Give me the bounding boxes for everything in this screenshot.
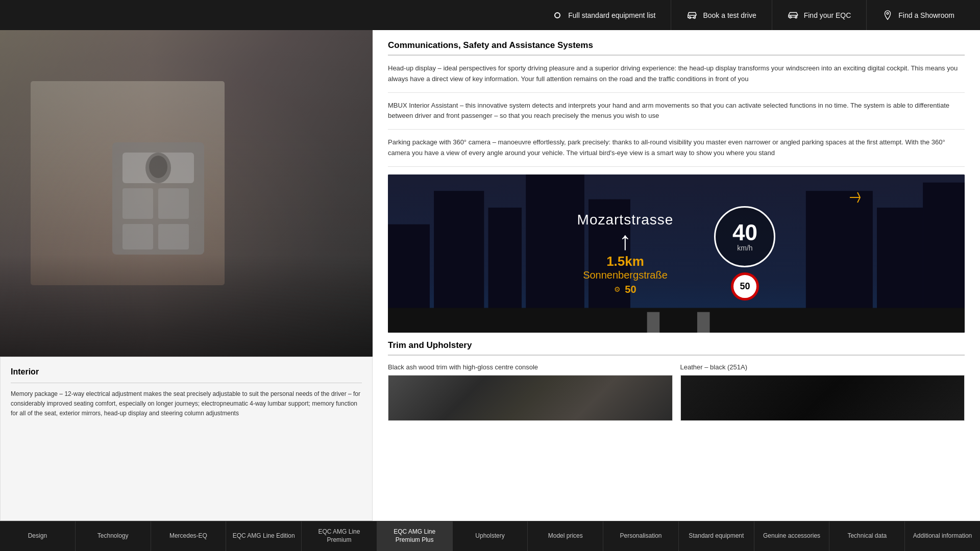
svg-rect-12 [158, 224, 189, 249]
hud-street-name: Mozartstrasse [577, 212, 674, 228]
find-eqc-label: Find your EQC [804, 11, 851, 19]
tab-amg-premium[interactable]: EQC AMG Line Premium [302, 521, 377, 551]
tab-technical-data[interactable]: Technical data [829, 521, 905, 551]
tab-genuine-accessories[interactable]: Genuine accessories [754, 521, 830, 551]
interior-box: Interior Memory package – 12-way electri… [0, 357, 373, 521]
tab-model-prices[interactable]: Model prices [528, 521, 603, 551]
svg-rect-10 [158, 188, 189, 219]
hud-distance: 1.5km [577, 254, 674, 269]
tab-additional-info-label: Additional information [913, 532, 972, 540]
car2-icon [788, 10, 799, 21]
mbux-feature: MBUX Interior Assistant – this innovativ… [388, 101, 965, 130]
parking-feature-text: Parking package with 360° camera – manoe… [388, 138, 945, 157]
interior-text: Memory package – 12-way electrical adjus… [11, 389, 362, 419]
svg-rect-9 [122, 188, 153, 219]
tab-personalisation-label: Personalisation [620, 532, 662, 540]
tab-standard-equipment[interactable]: Standard equipment [679, 521, 754, 551]
tab-model-prices-label: Model prices [548, 532, 583, 540]
tab-amg-premium-plus[interactable]: EQC AMG Line Premium Plus [377, 521, 453, 551]
tab-amg-edition-label: EQC AMG Line Edition [233, 532, 295, 540]
hud-speed-limit-sign: 50 [731, 272, 759, 300]
tab-personalisation[interactable]: Personalisation [603, 521, 679, 551]
tab-upholstery[interactable]: Upholstery [453, 521, 528, 551]
tab-genuine-accessories-label: Genuine accessories [763, 532, 820, 540]
tab-mercedes-eq-label: Mercedes-EQ [169, 532, 207, 540]
tab-technology[interactable]: Technology [76, 521, 151, 551]
hud-speed-limit-bottom: 50 [625, 284, 636, 295]
hud-street2: Sonnenbergstraße [577, 269, 674, 281]
standard-equipment-label: Full standard equipment list [568, 11, 655, 19]
wood-trim-swatch [388, 375, 673, 421]
dot-icon [552, 10, 563, 21]
hud-speed-num: 40 [732, 221, 757, 244]
trim-grid: Black ash wood trim with high-gloss cent… [388, 363, 965, 421]
communications-title: Communications, Safety and Assistance Sy… [388, 40, 965, 56]
find-showroom-label: Find a Showroom [898, 11, 954, 19]
hud-display-image: Mozartstrasse ↑ 1.5km Sonnenbergstraße ⚙… [388, 174, 965, 333]
standard-equipment-nav[interactable]: Full standard equipment list [536, 0, 671, 30]
tab-upholstery-label: Upholstery [475, 532, 504, 540]
leather-item: Leather – black (251A) [680, 363, 965, 421]
pin-icon [882, 10, 893, 21]
trim-title: Trim and Upholstery [388, 340, 965, 356]
tab-technical-data-label: Technical data [847, 532, 887, 540]
wood-trim-label: Black ash wood trim with high-gloss cent… [388, 363, 673, 371]
trim-section: Trim and Upholstery Black ash wood trim … [388, 340, 965, 421]
hud-feature-text: Head-up display – ideal perspectives for… [388, 64, 958, 83]
hud-feature: Head-up display – ideal perspectives for… [388, 63, 965, 93]
hud-speed-unit: km/h [737, 244, 752, 252]
mbux-feature-text: MBUX Interior Assistant – this innovativ… [388, 102, 949, 120]
main-content: Interior Memory package – 12-way electri… [0, 30, 980, 521]
right-panel: Communications, Safety and Assistance Sy… [373, 30, 980, 521]
interior-title: Interior [11, 367, 362, 383]
svg-point-4 [887, 12, 889, 14]
find-showroom-nav[interactable]: Find a Showroom [866, 0, 970, 30]
tab-design-label: Design [28, 532, 47, 540]
parking-feature: Parking package with 360° camera – manoe… [388, 137, 965, 167]
svg-point-14 [149, 156, 167, 178]
bottom-navigation: Design Technology Mercedes-EQ EQC AMG Li… [0, 521, 980, 551]
main-car-image [0, 30, 373, 357]
wood-trim-item: Black ash wood trim with high-gloss cent… [388, 363, 673, 421]
find-eqc-nav[interactable]: Find your EQC [772, 0, 867, 30]
tab-additional-info[interactable]: Additional information [905, 521, 980, 551]
top-navigation: Full standard equipment list Book a test… [0, 0, 980, 30]
test-drive-nav[interactable]: Book a test drive [671, 0, 771, 30]
tab-design[interactable]: Design [0, 521, 76, 551]
left-panel: Interior Memory package – 12-way electri… [0, 30, 373, 521]
tab-standard-equipment-label: Standard equipment [689, 532, 744, 540]
tab-amg-premium-label: EQC AMG Line Premium [306, 528, 373, 544]
tab-amg-premium-plus-label: EQC AMG Line Premium Plus [381, 528, 448, 544]
test-drive-label: Book a test drive [703, 11, 756, 19]
tab-technology-label: Technology [97, 532, 129, 540]
leather-label: Leather – black (251A) [680, 363, 965, 371]
tab-mercedes-eq[interactable]: Mercedes-EQ [151, 521, 227, 551]
svg-rect-11 [122, 224, 153, 249]
leather-swatch [680, 375, 965, 421]
tab-amg-edition[interactable]: EQC AMG Line Edition [226, 521, 302, 551]
car-icon [687, 10, 698, 21]
hud-arrow: ↑ [577, 228, 674, 254]
